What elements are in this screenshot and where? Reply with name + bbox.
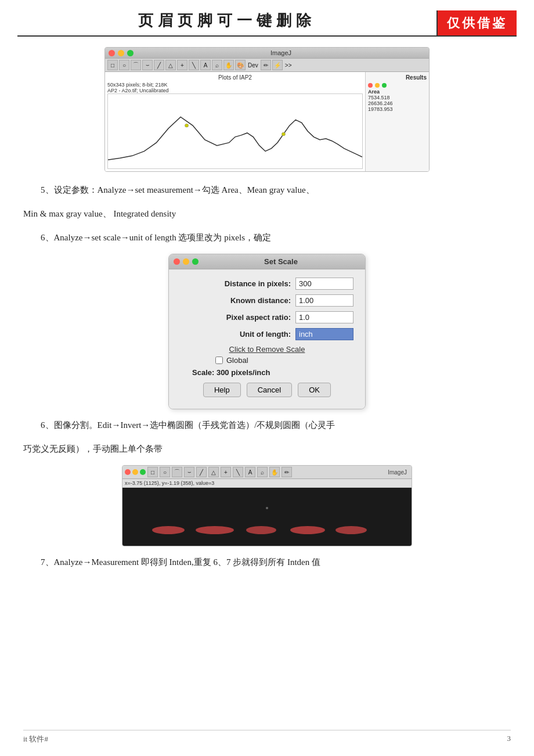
dialog-aspect-row: Pixel aspect ratio: <box>181 311 353 323</box>
dialog-title: Set Scale <box>201 257 360 266</box>
help-button[interactable]: Help <box>203 383 241 397</box>
imagej-top-screenshot: ImageJ □ ○ ⌒ ⌣ ╱ △ + ╲ A ⌕ ✋ 🎨 Dev ✏ ⚡ >… <box>104 47 430 172</box>
imagej-bottom-toolbar: □ ○ ⌒ ⌣ ╱ △ + ╲ A ⌕ ✋ ✏ ImageJ <box>122 466 412 479</box>
svg-point-6 <box>246 526 276 534</box>
toolbar-circle-icon[interactable]: ○ <box>119 60 129 70</box>
imagej-results-panel: Results Area 7534.518 26636.246 19783.95… <box>365 72 429 171</box>
aspect-input[interactable] <box>295 311 353 323</box>
svg-point-5 <box>196 526 234 534</box>
dot-yellow <box>375 83 380 88</box>
bottom-toolbar-hand[interactable]: ✋ <box>269 467 280 477</box>
imagej-main-panel: Plots of IAP2 50x343 pixels; 8-bit; 218K… <box>105 72 365 171</box>
toolbar-extra1-icon[interactable]: ✏ <box>261 60 271 70</box>
step6c-text: 巧党义无反顾），手动圈上单个条带 <box>23 441 511 457</box>
imagej-bottom-image <box>122 488 412 546</box>
page-header: 页眉页脚可一键删除 仅供借鉴 <box>17 0 517 37</box>
bottom-toolbar-line[interactable]: ╱ <box>196 467 207 477</box>
results-value-3: 19783.953 <box>368 106 427 112</box>
scale-info: Scale: 300 pixels/inch <box>192 368 353 377</box>
imagej-top-body: Plots of IAP2 50x343 pixels; 8-bit; 218K… <box>105 72 429 171</box>
imagej-bottom-info: x=-3.75 (1125), y=-1.19 (358), value=3 <box>122 479 412 488</box>
step6-text: 6、Analyze→set scale→unit of length 选项里改为… <box>41 230 511 246</box>
bottom-tl-green[interactable] <box>140 469 146 475</box>
svg-point-8 <box>335 526 367 534</box>
plot-svg <box>108 94 362 168</box>
svg-rect-0 <box>108 94 362 168</box>
bottom-toolbar-rect[interactable]: □ <box>147 467 158 477</box>
svg-point-9 <box>266 507 268 509</box>
imagej-bottom-title: ImageJ <box>388 469 409 476</box>
dialog-tl-green[interactable] <box>192 258 199 265</box>
bottom-toolbar-poly[interactable]: ⌒ <box>172 467 182 477</box>
traffic-light-green[interactable] <box>127 50 134 56</box>
bottom-toolbar-left: □ ○ ⌒ ⌣ ╱ △ + ╲ A ⌕ ✋ ✏ <box>125 467 292 477</box>
dialog-body: Distance in pixels: Known distance: Pixe… <box>169 269 365 409</box>
toolbar-text-icon[interactable]: A <box>200 60 211 70</box>
bottom-image-svg <box>134 491 400 543</box>
toolbar-color-icon[interactable]: 🎨 <box>235 60 246 70</box>
remove-scale-link[interactable]: Click to Remove Scale <box>229 345 305 354</box>
imagej-info-line1: 50x343 pixels; 8-bit; 218K <box>107 82 363 88</box>
toolbar-extra2-icon[interactable]: ⚡ <box>272 60 283 70</box>
svg-point-1 <box>185 124 188 127</box>
footer-right: 3 <box>507 734 511 744</box>
toolbar-rect-icon[interactable]: □ <box>107 60 118 70</box>
toolbar-angle-icon[interactable]: △ <box>165 60 176 70</box>
bottom-toolbar-text[interactable]: A <box>245 467 255 477</box>
bottom-toolbar-angle[interactable]: △ <box>208 467 219 477</box>
dialog-tl-yellow[interactable] <box>183 258 189 265</box>
svg-point-2 <box>282 132 285 136</box>
toolbar-dev-label: Dev <box>247 62 259 69</box>
plot-area <box>107 93 363 169</box>
unit-label: Unit of length: <box>181 330 295 339</box>
dialog-remove-center: Click to Remove Scale <box>181 345 353 354</box>
toolbar-wand-icon[interactable]: ╲ <box>189 60 199 70</box>
known-input[interactable] <box>295 294 353 307</box>
imagej-top-titlebar: ImageJ <box>105 48 429 59</box>
unit-input[interactable] <box>295 328 353 340</box>
bottom-toolbar-zoom[interactable]: ⌕ <box>257 467 268 477</box>
bottom-toolbar-point[interactable]: + <box>221 467 231 477</box>
footer-left: it 软件# <box>23 734 48 744</box>
toolbar-zoom-icon[interactable]: ⌕ <box>212 60 222 70</box>
ok-button[interactable]: OK <box>298 383 331 397</box>
toolbar-hand-icon[interactable]: ✋ <box>223 60 234 70</box>
toolbar-more-icon[interactable]: >> <box>284 62 293 69</box>
step7-text: 7、Analyze→Measurement 即得到 Intden,重复 6、7 … <box>41 555 511 570</box>
svg-point-7 <box>290 526 325 534</box>
imagej-info-line2: AP2 - A2o.tif; Uncalibrated <box>107 88 363 93</box>
dialog-titlebar: Set Scale <box>169 254 365 269</box>
global-checkbox[interactable] <box>215 357 223 364</box>
bottom-toolbar-wand[interactable]: ╲ <box>233 467 243 477</box>
global-label: Global <box>226 356 248 365</box>
results-value-1: 7534.518 <box>368 95 427 100</box>
dialog-buttons: Help Cancel OK <box>181 383 353 403</box>
dialog-tl-red[interactable] <box>174 258 180 265</box>
header-badge: 仅供借鉴 <box>436 10 517 35</box>
bottom-tl-yellow[interactable] <box>132 469 138 475</box>
dot-green <box>382 83 387 88</box>
bottom-toolbar-circle[interactable]: ○ <box>160 467 170 477</box>
results-area-label: Area <box>368 89 427 95</box>
distance-input[interactable] <box>295 278 353 290</box>
page-footer: it 软件# 3 <box>23 730 511 744</box>
page-title: 页眉页脚可一键删除 <box>17 10 436 35</box>
dot-red <box>368 83 373 88</box>
traffic-light-yellow[interactable] <box>118 50 124 56</box>
bottom-tl-red[interactable] <box>125 469 131 475</box>
svg-point-4 <box>152 526 185 534</box>
traffic-light-red[interactable] <box>109 50 115 56</box>
toolbar-poly-icon[interactable]: ⌒ <box>131 60 141 70</box>
results-title: Results <box>368 74 427 81</box>
bottom-toolbar-pen[interactable]: ✏ <box>282 467 292 477</box>
bottom-toolbar-free[interactable]: ⌣ <box>184 467 194 477</box>
cancel-button[interactable]: Cancel <box>247 383 292 397</box>
dialog-unit-row: Unit of length: <box>181 328 353 340</box>
known-label: Known distance: <box>181 296 295 305</box>
aspect-label: Pixel aspect ratio: <box>181 313 295 322</box>
toolbar-freehand-icon[interactable]: ⌣ <box>142 60 153 70</box>
distance-label: Distance in pixels: <box>181 279 295 288</box>
toolbar-point-icon[interactable]: + <box>177 60 187 70</box>
dialog-known-row: Known distance: <box>181 294 353 307</box>
toolbar-line-icon[interactable]: ╱ <box>154 60 164 70</box>
